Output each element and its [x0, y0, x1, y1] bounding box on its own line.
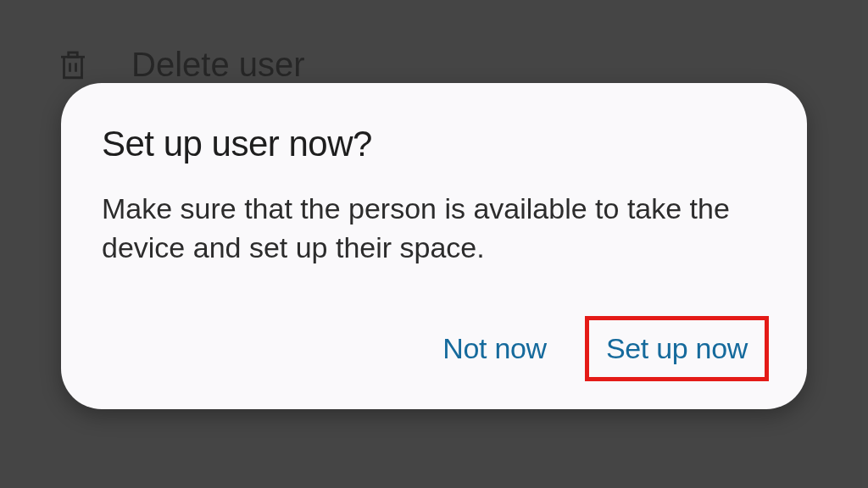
not-now-button[interactable]: Not now	[424, 319, 565, 379]
dialog-title: Set up user now?	[102, 124, 766, 164]
set-up-now-button[interactable]: Set up now	[587, 319, 766, 379]
setup-user-dialog: Set up user now? Make sure that the pers…	[61, 83, 807, 409]
dialog-body: Make sure that the person is available t…	[102, 190, 766, 268]
dialog-actions: Not now Set up now	[102, 319, 766, 379]
